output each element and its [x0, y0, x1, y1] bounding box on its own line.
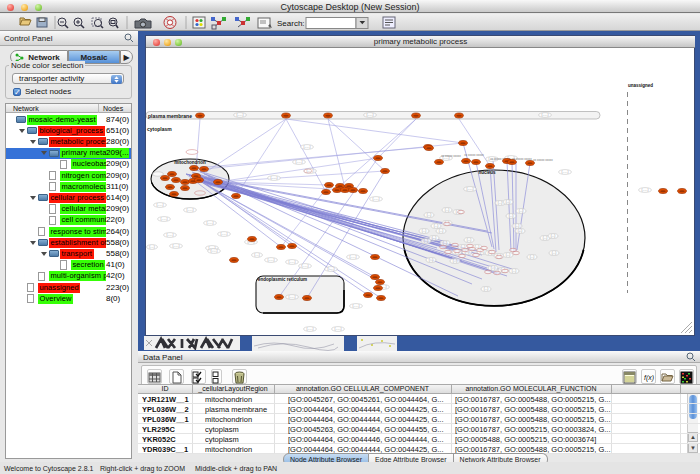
svg-text:(......): (......)	[335, 327, 342, 331]
svg-text:(......): (......)	[302, 264, 309, 268]
svg-text:(......): (......)	[296, 160, 303, 164]
svg-text:(......): (......)	[268, 258, 275, 262]
svg-text:(...): (...)	[515, 224, 520, 228]
svg-text:(......): (......)	[373, 197, 380, 201]
svg-text:(......): (......)	[271, 176, 278, 180]
svg-text:(...): (...)	[427, 213, 432, 217]
svg-text:(...): (...)	[429, 258, 434, 262]
svg-text:endoplasmic reticulum: endoplasmic reticulum	[258, 277, 307, 282]
svg-text:(......): (......)	[173, 244, 180, 248]
svg-text:(...): (...)	[509, 214, 514, 218]
svg-text:(...): (...)	[519, 209, 524, 213]
svg-text:(...): (...)	[439, 229, 444, 233]
svg-text:(......): (......)	[221, 232, 228, 236]
svg-text:(...): (...)	[551, 234, 556, 238]
svg-text:(...): (...)	[484, 287, 489, 291]
svg-text:(...): (...)	[432, 236, 437, 240]
svg-text:xx xxxxx xxxxx: xx xxxxx xxxxx	[533, 158, 553, 162]
svg-text:unassigned: unassigned	[628, 83, 653, 88]
svg-text:(...): (...)	[506, 253, 511, 257]
svg-text:(...): (...)	[552, 251, 557, 255]
svg-text:xx xxxxx xxxxx: xx xxxxx xxxxx	[441, 154, 461, 158]
svg-text:(...): (...)	[491, 266, 496, 270]
svg-text:(...): (...)	[512, 269, 517, 273]
svg-text:(......): (......)	[542, 113, 549, 117]
svg-text:(...): (...)	[543, 236, 548, 240]
svg-text:mitochondrion: mitochondrion	[174, 160, 206, 165]
svg-text:(......): (......)	[157, 203, 164, 207]
svg-text:(...): (...)	[443, 241, 448, 245]
svg-text:(...): (...)	[424, 239, 429, 243]
svg-text:(......): (......)	[167, 233, 174, 237]
svg-text:cytoplasm: cytoplasm	[147, 126, 172, 132]
svg-text:(......): (......)	[350, 255, 357, 259]
svg-text:(......): (......)	[237, 113, 244, 117]
svg-text:(......): (......)	[161, 217, 168, 221]
svg-text:(......): (......)	[353, 304, 360, 308]
svg-text:(......): (......)	[207, 221, 214, 225]
svg-text:(...): (...)	[498, 201, 503, 205]
svg-text:(...): (...)	[445, 208, 450, 212]
svg-text:(...): (...)	[422, 229, 427, 233]
svg-text:(......): (......)	[289, 260, 296, 264]
svg-text:(......): (......)	[307, 327, 314, 331]
svg-text:(......): (......)	[307, 169, 314, 173]
svg-text:(......): (......)	[304, 145, 311, 149]
svg-text:(...): (...)	[453, 259, 458, 263]
svg-text:(...): (...)	[518, 229, 523, 233]
svg-text:nucleus: nucleus	[478, 170, 496, 175]
svg-text:(......): (......)	[367, 113, 374, 117]
svg-text:(....): (....)	[149, 245, 154, 249]
svg-text:(...): (...)	[467, 238, 472, 242]
svg-text:(......): (......)	[562, 170, 569, 174]
svg-text:plasma membrane: plasma membrane	[148, 113, 192, 119]
svg-text:(...): (...)	[506, 200, 511, 204]
svg-text:f(x): f(x)	[644, 374, 654, 382]
svg-text:(......): (......)	[289, 295, 296, 299]
svg-text:(......): (......)	[642, 188, 649, 192]
svg-text:(....): (....)	[254, 253, 259, 257]
svg-text:(......): (......)	[328, 267, 335, 271]
svg-text:(......): (......)	[211, 249, 218, 253]
svg-text:(......): (......)	[467, 187, 474, 191]
svg-text:Search:: Search:	[277, 19, 305, 28]
svg-text:(...): (...)	[434, 224, 439, 228]
svg-text:(...): (...)	[530, 255, 535, 259]
svg-text:xx xxxxx xxxxx: xx xxxxx xxxxx	[464, 153, 484, 157]
svg-text:(......): (......)	[187, 208, 194, 212]
